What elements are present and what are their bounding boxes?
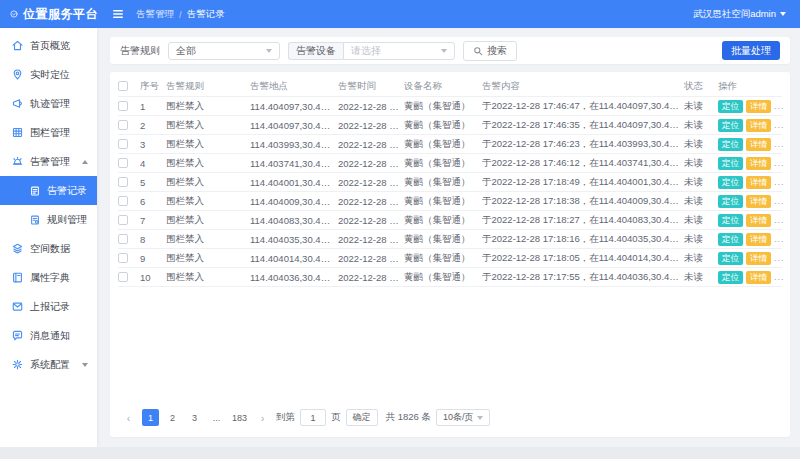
detail-button[interactable]: 详情 [746, 176, 771, 189]
sidebar-item-label: 实时定位 [30, 68, 70, 82]
row-time: 2022-12-28 17:46:47 [338, 101, 404, 112]
sidebar-item-track-management[interactable]: 轨迹管理 [0, 89, 97, 118]
more-actions-button[interactable]: ... [774, 158, 785, 168]
row-checkbox[interactable] [118, 196, 128, 206]
next-page-button[interactable]: › [254, 409, 271, 426]
sidebar-item-attribute-dictionary[interactable]: 属性字典 [0, 263, 97, 292]
batch-process-button[interactable]: 批量处理 [722, 41, 780, 60]
filter-bar: 告警规则 全部 告警设备 请选择 搜索 批量处理 [110, 37, 790, 64]
row-location: 114.404035,30.457342 [250, 234, 338, 245]
more-actions-button[interactable]: ... [774, 215, 785, 225]
sidebar-item-alarm-management[interactable]: 告警管理 [0, 147, 97, 176]
sidebar-item-fence-management[interactable]: 围栏管理 [0, 118, 97, 147]
more-actions-button[interactable]: ... [774, 234, 785, 244]
row-checkbox[interactable] [118, 101, 128, 111]
sidebar: 首页概览 实时定位 轨迹管理 围栏管理 告警管理 告警记录 规则管理 [0, 28, 97, 447]
jump-confirm-button[interactable]: 确定 [346, 409, 378, 426]
breadcrumb-page[interactable]: 告警记录 [187, 8, 225, 21]
sidebar-item-report-records[interactable]: 上报记录 [0, 292, 97, 321]
prev-page-button[interactable]: ‹ [120, 409, 137, 426]
row-checkbox[interactable] [118, 177, 128, 187]
detail-button[interactable]: 详情 [746, 233, 771, 246]
detail-button[interactable]: 详情 [746, 119, 771, 132]
page-button-3[interactable]: 3 [186, 409, 203, 426]
row-content: 于2022-12-28 17:46:12，在114.403741,30.4570… [482, 157, 684, 170]
sidebar-item-home-overview[interactable]: 首页概览 [0, 31, 97, 60]
more-actions-button[interactable]: ... [774, 120, 785, 130]
table-row[interactable]: 9 围栏禁入 114.404014,30.45736 2022-12-28 17… [118, 249, 782, 268]
sidebar-item-label: 告警记录 [47, 184, 87, 198]
row-checkbox[interactable] [118, 215, 128, 225]
sidebar-item-message-notifications[interactable]: 消息通知 [0, 321, 97, 350]
detail-button[interactable]: 详情 [746, 214, 771, 227]
table-row[interactable]: 4 围栏禁入 114.403741,30.457021 2022-12-28 1… [118, 154, 782, 173]
locate-button[interactable]: 定位 [718, 119, 743, 132]
detail-button[interactable]: 详情 [746, 252, 771, 265]
row-device: 黄鹂（集智通） [404, 252, 482, 265]
table-row[interactable]: 2 围栏禁入 114.404097,30.457436 2022-12-28 1… [118, 116, 782, 135]
page-button-2[interactable]: 2 [164, 409, 181, 426]
menu-collapse-icon[interactable] [112, 8, 124, 20]
search-button[interactable]: 搜索 [463, 41, 517, 61]
table-row[interactable]: 7 围栏禁入 114.404083,30.4574 2022-12-28 17:… [118, 211, 782, 230]
more-actions-button[interactable]: ... [774, 272, 785, 282]
rule-filter-select[interactable]: 全部 [168, 42, 280, 60]
select-all-checkbox[interactable] [118, 81, 128, 91]
locate-button[interactable]: 定位 [718, 271, 743, 284]
sidebar-item-system-settings[interactable]: 系统配置 [0, 350, 97, 379]
page-button-1[interactable]: 1 [142, 409, 159, 426]
detail-button[interactable]: 详情 [746, 271, 771, 284]
row-checkbox[interactable] [118, 139, 128, 149]
table-row[interactable]: 3 围栏禁入 114.403993,30.457345 2022-12-28 1… [118, 135, 782, 154]
sidebar-item-alarm-records[interactable]: 告警记录 [0, 176, 97, 205]
detail-button[interactable]: 详情 [746, 100, 771, 113]
locate-button[interactable]: 定位 [718, 195, 743, 208]
row-time: 2022-12-28 17:46:12 [338, 158, 404, 169]
sidebar-item-realtime-location[interactable]: 实时定位 [0, 60, 97, 89]
row-time: 2022-12-28 17:46:35 [338, 120, 404, 131]
locate-button[interactable]: 定位 [718, 233, 743, 246]
table-row[interactable]: 10 围栏禁入 114.404036,30.457344 2022-12-28 … [118, 268, 782, 287]
detail-button[interactable]: 详情 [746, 195, 771, 208]
jump-page-input[interactable] [300, 409, 326, 426]
row-index: 9 [140, 253, 166, 264]
locate-button[interactable]: 定位 [718, 138, 743, 151]
locate-button[interactable]: 定位 [718, 214, 743, 227]
more-actions-button[interactable]: ... [774, 253, 785, 263]
row-checkbox[interactable] [118, 272, 128, 282]
detail-button[interactable]: 详情 [746, 138, 771, 151]
more-actions-button[interactable]: ... [774, 139, 785, 149]
sidebar-item-spatial-data[interactable]: 空间数据 [0, 234, 97, 263]
row-rule: 围栏禁入 [166, 138, 250, 151]
table-row[interactable]: 8 围栏禁入 114.404035,30.457342 2022-12-28 1… [118, 230, 782, 249]
more-actions-button[interactable]: ... [774, 101, 785, 111]
total-count-label: 共 1826 条 [386, 411, 431, 424]
locate-button[interactable]: 定位 [718, 157, 743, 170]
device-filter-select[interactable]: 请选择 [343, 42, 455, 60]
locate-button[interactable]: 定位 [718, 100, 743, 113]
page-button-last[interactable]: 183 [230, 409, 249, 426]
row-checkbox[interactable] [118, 234, 128, 244]
sidebar-item-label: 告警管理 [30, 155, 70, 169]
detail-button[interactable]: 详情 [746, 157, 771, 170]
locate-button[interactable]: 定位 [718, 252, 743, 265]
sidebar-item-rule-management[interactable]: 规则管理 [0, 205, 97, 234]
more-actions-button[interactable]: ... [774, 196, 785, 206]
col-header-device: 设备名称 [404, 80, 482, 93]
breadcrumb-section[interactable]: 告警管理 [136, 8, 174, 21]
user-menu[interactable]: 武汉思社空间admin [693, 8, 786, 21]
row-checkbox[interactable] [118, 120, 128, 130]
table-row[interactable]: 5 围栏禁入 114.404001,30.457356 2022-12-28 1… [118, 173, 782, 192]
row-checkbox[interactable] [118, 253, 128, 263]
locate-button[interactable]: 定位 [718, 176, 743, 189]
col-header-actions: 操作 [718, 80, 782, 93]
row-checkbox[interactable] [118, 158, 128, 168]
page-size-select[interactable]: 10条/页 [436, 409, 491, 426]
alarm-table-card: 序号 告警规则 告警地点 告警时间 设备名称 告警内容 状态 操作 1 围栏禁入… [110, 72, 790, 437]
row-rule: 围栏禁入 [166, 176, 250, 189]
more-actions-button[interactable]: ... [774, 177, 785, 187]
row-content: 于2022-12-28 17:18:38，在114.404009,30.4573… [482, 195, 684, 208]
table-row[interactable]: 6 围栏禁入 114.404009,30.457343 2022-12-28 1… [118, 192, 782, 211]
table-row[interactable]: 1 围栏禁入 114.404097,30.457436 2022-12-28 1… [118, 97, 782, 116]
user-name: 武汉思社空间admin [693, 8, 776, 21]
